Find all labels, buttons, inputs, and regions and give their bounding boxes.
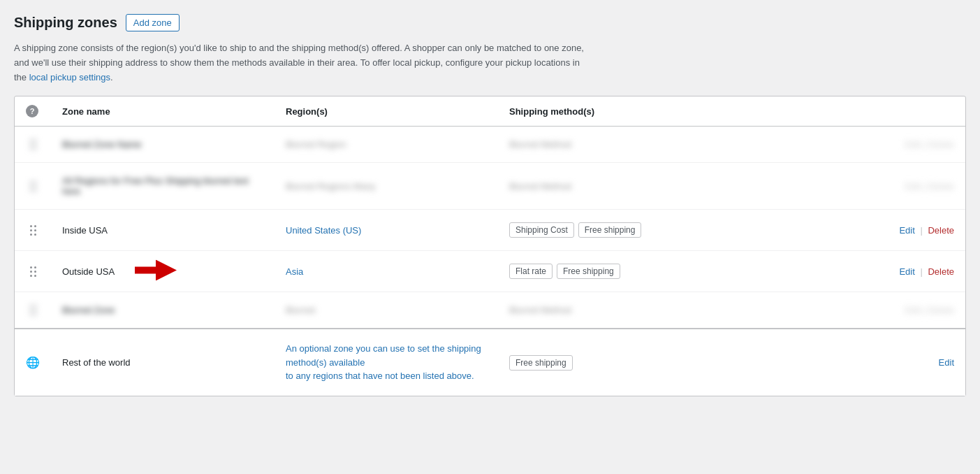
table-row-outside-usa: Outside USA Asia Flat rate Free shipping xyxy=(15,251,965,292)
zone-name-blurred-1: Blurred Zone Name xyxy=(62,139,141,150)
methods-blurred-3: Blurred Method xyxy=(509,305,571,315)
page-title: Shipping zones xyxy=(14,15,117,31)
free-shipping-badge-outside: Free shipping xyxy=(557,264,620,279)
table-header-shipping-methods: Shipping method(s) xyxy=(498,96,810,127)
free-shipping-badge-rest: Free shipping xyxy=(509,355,573,371)
local-pickup-settings-link[interactable]: local pickup settings xyxy=(29,72,110,82)
table-header-help: ? xyxy=(15,96,51,127)
edit-link-inside-usa[interactable]: Edit xyxy=(899,225,914,236)
zone-name-blurred-2: All Regions for Free Plus Shipping blurr… xyxy=(62,175,249,196)
delete-link-outside-usa[interactable]: Delete xyxy=(928,266,954,277)
table-header-row: ? Zone name Region(s) Shipping method(s) xyxy=(15,96,965,127)
svg-marker-0 xyxy=(135,260,177,281)
region-link-inside-usa[interactable]: United States (US) xyxy=(286,225,361,236)
actions-blurred-2: Edit | Delete xyxy=(905,181,954,192)
action-separator: | xyxy=(920,225,922,236)
actions-blurred-1: Edit | Delete xyxy=(905,139,954,150)
free-shipping-badge-inside: Free shipping xyxy=(578,222,642,238)
add-zone-button[interactable]: Add zone xyxy=(126,14,180,31)
help-icon[interactable]: ? xyxy=(26,105,38,117)
zone-name-outside-usa: Outside USA xyxy=(62,266,115,277)
table-header-zone-name: Zone name xyxy=(51,96,275,127)
methods-outside-usa: Flat rate Free shipping xyxy=(509,264,798,279)
actions-blurred-3: Edit | Delete xyxy=(905,305,954,315)
table-header-regions: Region(s) xyxy=(275,96,498,127)
methods-blurred-1: Blurred Method xyxy=(509,139,571,150)
rest-of-world-description: An optional zone you can use to set the … xyxy=(286,342,487,383)
shipping-zones-table: ? Zone name Region(s) Shipping method(s) xyxy=(14,96,966,396)
zone-name-blurred-3: Blurred Zone xyxy=(62,305,115,315)
delete-link-inside-usa[interactable]: Delete xyxy=(928,225,954,236)
methods-blurred-2: Blurred Method xyxy=(509,181,571,192)
globe-icon: 🌐 xyxy=(26,357,40,368)
region-link-outside-usa[interactable]: Asia xyxy=(286,266,303,277)
zone-name-rest-of-world: Rest of the world xyxy=(62,357,131,368)
methods-inside-usa: Shipping Cost Free shipping xyxy=(509,222,798,238)
page-description: A shipping zone consists of the region(s… xyxy=(14,41,587,85)
table-header-actions xyxy=(810,96,965,127)
table-row-rest-of-world: 🌐 Rest of the world An optional zone you… xyxy=(15,329,965,396)
region-blurred-3: Blurred xyxy=(286,305,315,315)
table-row: Blurred Zone Name Blurred Region Blurred… xyxy=(15,127,965,163)
shipping-cost-badge: Shipping Cost xyxy=(509,222,574,238)
drag-handle[interactable] xyxy=(26,181,40,192)
table-row: Blurred Zone Blurred Blurred Method Edit… xyxy=(15,292,965,329)
region-blurred-2: Blurred Regions Many xyxy=(286,181,376,192)
action-separator-2: | xyxy=(920,266,922,277)
zone-name-inside-usa: Inside USA xyxy=(62,225,108,236)
table-row: All Regions for Free Plus Shipping blurr… xyxy=(15,163,965,210)
drag-handle-outside-usa[interactable] xyxy=(26,266,40,277)
red-arrow-indicator xyxy=(135,260,177,283)
edit-link-outside-usa[interactable]: Edit xyxy=(899,266,914,277)
region-blurred-1: Blurred Region xyxy=(286,139,346,150)
edit-link-rest-of-world[interactable]: Edit xyxy=(939,357,954,368)
drag-handle[interactable] xyxy=(26,139,40,150)
flat-rate-badge: Flat rate xyxy=(509,264,553,279)
drag-handle-inside-usa[interactable] xyxy=(26,225,40,236)
methods-rest-of-world: Free shipping xyxy=(509,355,798,371)
drag-handle-blurred-3[interactable] xyxy=(26,305,40,315)
table-row-inside-usa: Inside USA United States (US) Shipping C… xyxy=(15,210,965,251)
